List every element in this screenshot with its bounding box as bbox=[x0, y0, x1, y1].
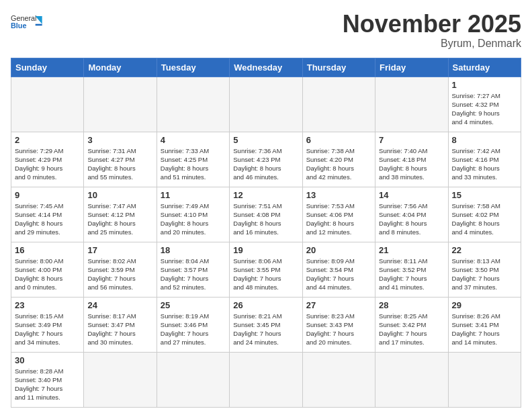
weekday-header-friday: Friday bbox=[375, 58, 448, 77]
calendar-cell bbox=[84, 77, 157, 132]
day-number: 10 bbox=[87, 190, 152, 200]
weekday-header-saturday: Saturday bbox=[448, 58, 521, 77]
day-info: Sunrise: 7:53 AM Sunset: 4:06 PM Dayligh… bbox=[306, 201, 371, 237]
calendar-cell bbox=[375, 352, 448, 407]
calendar-cell: 15Sunrise: 7:58 AM Sunset: 4:02 PM Dayli… bbox=[448, 187, 521, 242]
day-number: 27 bbox=[306, 300, 371, 310]
logo: General Blue bbox=[11, 11, 44, 35]
week-row-3: 9Sunrise: 7:45 AM Sunset: 4:14 PM Daylig… bbox=[11, 187, 521, 242]
day-number: 4 bbox=[161, 135, 226, 145]
calendar-cell: 20Sunrise: 8:09 AM Sunset: 3:54 PM Dayli… bbox=[302, 242, 375, 297]
calendar-cell: 5Sunrise: 7:36 AM Sunset: 4:23 PM Daylig… bbox=[230, 132, 302, 187]
day-info: Sunrise: 8:17 AM Sunset: 3:47 PM Dayligh… bbox=[87, 312, 152, 347]
month-title: November 2025 bbox=[343, 11, 521, 38]
weekday-header-sunday: Sunday bbox=[11, 58, 84, 77]
weekday-header-monday: Monday bbox=[84, 58, 157, 77]
day-number: 25 bbox=[161, 300, 226, 310]
calendar-cell: 29Sunrise: 8:26 AM Sunset: 3:41 PM Dayli… bbox=[448, 297, 521, 352]
day-number: 7 bbox=[379, 135, 444, 145]
day-info: Sunrise: 8:06 AM Sunset: 3:55 PM Dayligh… bbox=[233, 257, 298, 292]
day-info: Sunrise: 7:38 AM Sunset: 4:20 PM Dayligh… bbox=[306, 146, 371, 182]
day-info: Sunrise: 8:11 AM Sunset: 3:52 PM Dayligh… bbox=[379, 257, 444, 292]
day-info: Sunrise: 8:13 AM Sunset: 3:50 PM Dayligh… bbox=[452, 257, 517, 292]
calendar-cell: 14Sunrise: 7:56 AM Sunset: 4:04 PM Dayli… bbox=[375, 187, 448, 242]
day-number: 9 bbox=[15, 190, 80, 200]
day-number: 1 bbox=[452, 80, 517, 90]
day-number: 6 bbox=[306, 135, 371, 145]
svg-text:Blue: Blue bbox=[11, 21, 26, 30]
day-info: Sunrise: 7:33 AM Sunset: 4:25 PM Dayligh… bbox=[161, 146, 226, 182]
calendar-cell: 3Sunrise: 7:31 AM Sunset: 4:27 PM Daylig… bbox=[84, 132, 157, 187]
calendar-cell: 30Sunrise: 8:28 AM Sunset: 3:40 PM Dayli… bbox=[11, 352, 84, 407]
day-info: Sunrise: 8:25 AM Sunset: 3:42 PM Dayligh… bbox=[379, 312, 444, 347]
day-number: 8 bbox=[452, 135, 517, 145]
day-info: Sunrise: 7:51 AM Sunset: 4:08 PM Dayligh… bbox=[233, 201, 298, 237]
day-info: Sunrise: 7:45 AM Sunset: 4:14 PM Dayligh… bbox=[15, 201, 80, 237]
calendar-cell: 1Sunrise: 7:27 AM Sunset: 4:32 PM Daylig… bbox=[448, 77, 521, 132]
day-info: Sunrise: 8:28 AM Sunset: 3:40 PM Dayligh… bbox=[15, 367, 80, 402]
location: Byrum, Denmark bbox=[343, 38, 521, 50]
calendar-cell: 28Sunrise: 8:25 AM Sunset: 3:42 PM Dayli… bbox=[375, 297, 448, 352]
day-info: Sunrise: 8:15 AM Sunset: 3:49 PM Dayligh… bbox=[15, 312, 80, 347]
calendar-cell: 27Sunrise: 8:23 AM Sunset: 3:43 PM Dayli… bbox=[302, 297, 375, 352]
day-info: Sunrise: 7:40 AM Sunset: 4:18 PM Dayligh… bbox=[379, 146, 444, 182]
day-number: 11 bbox=[161, 190, 226, 200]
day-number: 26 bbox=[233, 300, 298, 310]
day-info: Sunrise: 8:00 AM Sunset: 4:00 PM Dayligh… bbox=[15, 257, 80, 292]
calendar-cell: 6Sunrise: 7:38 AM Sunset: 4:20 PM Daylig… bbox=[302, 132, 375, 187]
svg-rect-3 bbox=[36, 24, 42, 26]
day-info: Sunrise: 7:42 AM Sunset: 4:16 PM Dayligh… bbox=[452, 146, 517, 182]
week-row-4: 16Sunrise: 8:00 AM Sunset: 4:00 PM Dayli… bbox=[11, 242, 521, 297]
calendar-cell: 17Sunrise: 8:02 AM Sunset: 3:59 PM Dayli… bbox=[84, 242, 157, 297]
weekday-header-wednesday: Wednesday bbox=[230, 58, 302, 77]
day-info: Sunrise: 7:47 AM Sunset: 4:12 PM Dayligh… bbox=[87, 201, 152, 237]
calendar-cell bbox=[302, 77, 375, 132]
day-info: Sunrise: 7:56 AM Sunset: 4:04 PM Dayligh… bbox=[379, 201, 444, 237]
day-number: 3 bbox=[87, 135, 152, 145]
svg-text:General: General bbox=[11, 14, 37, 22]
week-row-6: 30Sunrise: 8:28 AM Sunset: 3:40 PM Dayli… bbox=[11, 352, 521, 407]
calendar-cell bbox=[157, 77, 229, 132]
day-number: 15 bbox=[452, 190, 517, 200]
calendar-cell: 26Sunrise: 8:21 AM Sunset: 3:45 PM Dayli… bbox=[230, 297, 302, 352]
day-info: Sunrise: 8:26 AM Sunset: 3:41 PM Dayligh… bbox=[452, 312, 517, 347]
calendar-cell: 2Sunrise: 7:29 AM Sunset: 4:29 PM Daylig… bbox=[11, 132, 84, 187]
day-info: Sunrise: 7:49 AM Sunset: 4:10 PM Dayligh… bbox=[161, 201, 226, 237]
calendar-cell bbox=[230, 352, 302, 407]
day-info: Sunrise: 7:36 AM Sunset: 4:23 PM Dayligh… bbox=[233, 146, 298, 182]
calendar-cell: 19Sunrise: 8:06 AM Sunset: 3:55 PM Dayli… bbox=[230, 242, 302, 297]
day-number: 5 bbox=[233, 135, 298, 145]
calendar-cell: 7Sunrise: 7:40 AM Sunset: 4:18 PM Daylig… bbox=[375, 132, 448, 187]
calendar-cell: 9Sunrise: 7:45 AM Sunset: 4:14 PM Daylig… bbox=[11, 187, 84, 242]
title-area: November 2025 Byrum, Denmark bbox=[343, 11, 521, 50]
day-number: 16 bbox=[15, 245, 80, 255]
calendar-cell bbox=[448, 352, 521, 407]
calendar-cell: 22Sunrise: 8:13 AM Sunset: 3:50 PM Dayli… bbox=[448, 242, 521, 297]
calendar-cell: 23Sunrise: 8:15 AM Sunset: 3:49 PM Dayli… bbox=[11, 297, 84, 352]
calendar-cell bbox=[84, 352, 157, 407]
week-row-1: 1Sunrise: 7:27 AM Sunset: 4:32 PM Daylig… bbox=[11, 77, 521, 132]
day-number: 14 bbox=[379, 190, 444, 200]
weekday-header-row: SundayMondayTuesdayWednesdayThursdayFrid… bbox=[11, 58, 521, 77]
calendar-cell: 12Sunrise: 7:51 AM Sunset: 4:08 PM Dayli… bbox=[230, 187, 302, 242]
day-info: Sunrise: 8:02 AM Sunset: 3:59 PM Dayligh… bbox=[87, 257, 152, 292]
calendar-cell: 4Sunrise: 7:33 AM Sunset: 4:25 PM Daylig… bbox=[157, 132, 229, 187]
calendar-cell: 13Sunrise: 7:53 AM Sunset: 4:06 PM Dayli… bbox=[302, 187, 375, 242]
calendar-cell: 24Sunrise: 8:17 AM Sunset: 3:47 PM Dayli… bbox=[84, 297, 157, 352]
day-number: 30 bbox=[15, 355, 80, 365]
calendar-cell bbox=[302, 352, 375, 407]
calendar-cell: 11Sunrise: 7:49 AM Sunset: 4:10 PM Dayli… bbox=[157, 187, 229, 242]
day-number: 12 bbox=[233, 190, 298, 200]
calendar-cell bbox=[11, 77, 84, 132]
calendar-cell bbox=[230, 77, 302, 132]
day-info: Sunrise: 8:21 AM Sunset: 3:45 PM Dayligh… bbox=[233, 312, 298, 347]
day-info: Sunrise: 7:58 AM Sunset: 4:02 PM Dayligh… bbox=[452, 201, 517, 237]
week-row-2: 2Sunrise: 7:29 AM Sunset: 4:29 PM Daylig… bbox=[11, 132, 521, 187]
calendar-cell: 18Sunrise: 8:04 AM Sunset: 3:57 PM Dayli… bbox=[157, 242, 229, 297]
weekday-header-thursday: Thursday bbox=[302, 58, 375, 77]
day-info: Sunrise: 7:27 AM Sunset: 4:32 PM Dayligh… bbox=[452, 91, 517, 127]
week-row-5: 23Sunrise: 8:15 AM Sunset: 3:49 PM Dayli… bbox=[11, 297, 521, 352]
day-info: Sunrise: 7:29 AM Sunset: 4:29 PM Dayligh… bbox=[15, 146, 80, 182]
calendar-cell bbox=[375, 77, 448, 132]
day-info: Sunrise: 8:09 AM Sunset: 3:54 PM Dayligh… bbox=[306, 257, 371, 292]
